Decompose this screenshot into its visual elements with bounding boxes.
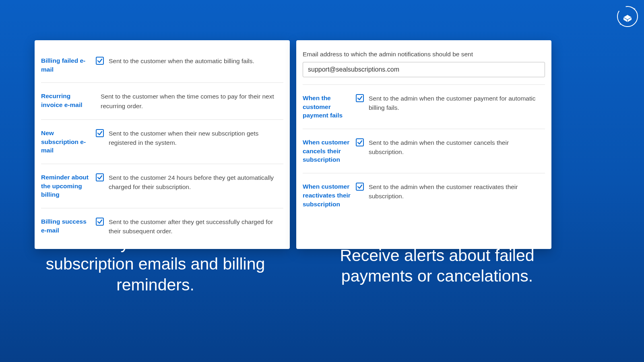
- checkbox-checked[interactable]: [96, 173, 104, 181]
- setting-row: Billing failed e-mail Sent to the custom…: [41, 47, 283, 83]
- setting-row: When the customer payment fails Sent to …: [303, 85, 545, 129]
- setting-label[interactable]: Billing success e-mail: [41, 217, 96, 234]
- setting-label[interactable]: When the customer payment fails: [303, 94, 356, 120]
- setting-label[interactable]: Billing failed e-mail: [41, 56, 96, 74]
- setting-row: Recurring invoice e-mail Sent to the cus…: [41, 83, 283, 120]
- customer-emails-panel: Billing failed e-mail Sent to the custom…: [35, 40, 290, 249]
- admin-email-label: Email address to which the admin notific…: [303, 51, 545, 58]
- admin-email-input[interactable]: [303, 62, 545, 77]
- setting-description: Sent to the customer when their new subs…: [109, 129, 283, 148]
- setting-description: Sent to the admin when the customer canc…: [369, 138, 545, 157]
- setting-description: Sent to the customer when the automatic …: [109, 56, 254, 66]
- setting-row: Reminder about the upcoming billing Sent…: [41, 164, 283, 208]
- setting-description: Sent to the customer 24 hours before the…: [109, 173, 283, 192]
- setting-label[interactable]: Reminder about the upcoming billing: [41, 173, 96, 199]
- checkbox-checked[interactable]: [356, 138, 364, 146]
- setting-description: Sent to the admin when the customer reac…: [369, 182, 545, 201]
- setting-label[interactable]: Recurring invoice e-mail: [41, 92, 96, 109]
- checkbox-checked[interactable]: [356, 183, 364, 191]
- setting-label[interactable]: New subscription e-mail: [41, 129, 96, 155]
- app-logo-icon: [617, 6, 638, 27]
- setting-row: When customer reactivates their subscrip…: [303, 173, 545, 217]
- setting-row: When customer cancels their subscription…: [303, 129, 545, 173]
- setting-label[interactable]: When customer cancels their subscription: [303, 138, 356, 164]
- checkbox-checked[interactable]: [96, 129, 104, 137]
- setting-description: Sent to the customer when the time comes…: [101, 92, 283, 111]
- setting-description: Sent to the admin when the customer paym…: [369, 94, 545, 113]
- checkbox-checked[interactable]: [96, 57, 104, 65]
- setting-label[interactable]: When customer reactivates their subscrip…: [303, 182, 356, 208]
- checkbox-checked[interactable]: [356, 94, 364, 102]
- caption-customers: Send your customers subscription emails …: [35, 233, 276, 295]
- checkbox-checked[interactable]: [96, 218, 104, 226]
- caption-alerts: Receive alerts about failed payments or …: [316, 245, 558, 295]
- admin-notifications-panel: Email address to which the admin notific…: [296, 40, 551, 249]
- setting-row: New subscription e-mail Sent to the cust…: [41, 120, 283, 164]
